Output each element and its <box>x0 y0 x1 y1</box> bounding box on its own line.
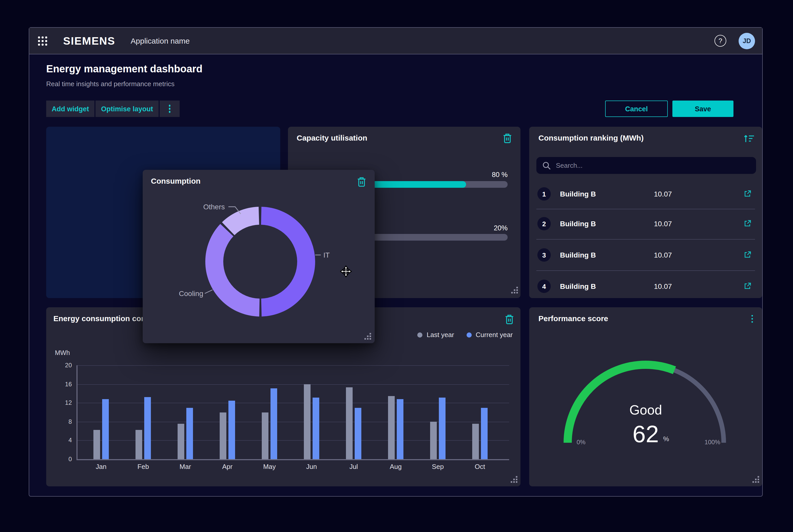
bar-last-year <box>346 387 353 459</box>
external-link-icon <box>743 282 752 290</box>
top-bar: SIEMENS Application name ? JD <box>29 28 762 54</box>
bar-last-year <box>304 384 311 459</box>
ranking-row[interactable]: 4Building B10.07 <box>529 271 762 302</box>
legend-label: Current year <box>476 331 513 339</box>
avatar[interactable]: JD <box>739 33 755 49</box>
search-icon <box>542 162 551 170</box>
x-axis-tick: Jul <box>338 463 369 471</box>
top-bar-right: ? JD <box>715 33 762 49</box>
app-launcher-icon[interactable] <box>37 36 48 46</box>
bar-last-year <box>135 430 142 459</box>
bar-current-year <box>186 408 193 459</box>
widget-title: Capacity utilisation <box>297 133 367 142</box>
toolbar-kebab-button[interactable] <box>160 100 180 117</box>
delete-widget-button[interactable] <box>504 314 514 327</box>
bar-current-year <box>481 408 487 459</box>
building-name: Building B <box>560 282 596 290</box>
performance-score-value: 62 <box>569 420 723 448</box>
row-divider <box>536 209 755 209</box>
x-axis-tick: Jun <box>296 463 327 471</box>
bar-current-year <box>144 397 151 459</box>
open-detail-button[interactable] <box>743 250 752 261</box>
search-input[interactable] <box>556 162 741 169</box>
external-link-icon <box>743 219 752 228</box>
consumption-value: 10.07 <box>654 190 672 198</box>
performance-status: Good <box>569 402 723 418</box>
bar-last-year <box>93 430 100 459</box>
resize-handle[interactable] <box>365 333 372 340</box>
x-axis-tick: Jan <box>86 463 116 471</box>
performance-score-unit: % <box>663 435 669 443</box>
save-button[interactable]: Save <box>672 100 734 117</box>
legend-item-current-year: Current year <box>466 331 513 339</box>
bar-current-year <box>228 400 235 459</box>
dashboard-content: Energy management dashboard Real time in… <box>29 54 762 496</box>
bar-current-year <box>271 388 277 459</box>
page-title: Energy management dashboard <box>46 63 202 75</box>
legend-dot <box>466 332 472 337</box>
x-axis-tick: May <box>254 463 285 471</box>
resize-handle[interactable] <box>753 476 760 483</box>
widget-title: Energy consumption com <box>53 314 148 323</box>
trash-icon <box>502 133 512 144</box>
widget-title: Consumption <box>151 176 200 185</box>
trash-icon <box>357 176 367 187</box>
legend-dot <box>418 332 423 337</box>
bar-current-year <box>397 399 403 459</box>
screen: SIEMENS Application name ? JD Energy man… <box>0 0 793 532</box>
widget-title: Performance score <box>538 314 608 323</box>
move-cursor-icon <box>340 265 352 278</box>
row-divider <box>536 270 755 271</box>
consumption-ranking-widget: Consumption ranking (MWh) 1Build <box>529 127 762 298</box>
open-detail-button[interactable] <box>743 189 752 200</box>
help-icon[interactable]: ? <box>715 35 726 47</box>
y-axis-tick: 0 <box>46 456 72 463</box>
y-axis-tick: 12 <box>46 399 72 406</box>
x-axis-tick: Mar <box>170 463 201 471</box>
open-detail-button[interactable] <box>743 282 752 292</box>
ranking-row[interactable]: 2Building B10.07 <box>529 208 762 239</box>
legend-label: Last year <box>427 331 454 339</box>
open-detail-button[interactable] <box>743 219 752 230</box>
x-axis-line <box>76 459 509 460</box>
widget-kebab-button[interactable] <box>751 314 753 324</box>
donut-label-others: Others <box>184 203 225 211</box>
resize-handle[interactable] <box>511 476 518 483</box>
building-name: Building B <box>560 251 596 259</box>
ranking-row[interactable]: 1Building B10.07 <box>529 178 762 209</box>
delete-widget-button[interactable] <box>502 133 512 146</box>
y-axis-line <box>76 365 77 460</box>
bar-last-year <box>178 424 184 459</box>
bar-last-year <box>472 424 479 459</box>
consumption-widget-floating[interactable]: Consumption <box>143 170 375 343</box>
bar-last-year <box>220 412 226 459</box>
bar-current-year <box>439 398 445 459</box>
add-widget-button[interactable]: Add widget <box>46 100 94 117</box>
sort-ascending-icon <box>744 133 755 144</box>
ranking-row[interactable]: 3Building B10.07 <box>529 240 762 270</box>
optimise-layout-button[interactable]: Optimise layout <box>95 100 159 117</box>
row-divider <box>536 239 755 240</box>
delete-widget-button[interactable] <box>357 176 367 189</box>
resize-handle[interactable] <box>511 287 518 294</box>
bar-current-year <box>313 398 319 459</box>
sort-button[interactable] <box>744 133 755 146</box>
bar-current-year <box>102 399 109 459</box>
kebab-icon <box>751 315 753 323</box>
chart-legend: Last year Current year <box>418 331 513 339</box>
building-name: Building B <box>560 190 596 198</box>
performance-score-widget: Performance score 0% 100% Good 62 % <box>529 307 762 486</box>
external-link-icon <box>743 250 752 259</box>
search-box <box>536 157 756 174</box>
rank-badge: 2 <box>537 217 551 230</box>
x-axis-tick: Aug <box>380 463 411 471</box>
consumption-donut-chart <box>203 204 318 319</box>
rank-badge: 3 <box>537 248 551 262</box>
x-axis-tick: Apr <box>212 463 243 471</box>
rank-badge: 4 <box>537 280 551 293</box>
legend-item-last-year: Last year <box>418 331 454 339</box>
page-subtitle: Real time insights and performance metri… <box>46 80 174 88</box>
cancel-button[interactable]: Cancel <box>605 100 668 117</box>
trash-icon <box>504 314 514 325</box>
y-axis-tick: 4 <box>46 437 72 444</box>
